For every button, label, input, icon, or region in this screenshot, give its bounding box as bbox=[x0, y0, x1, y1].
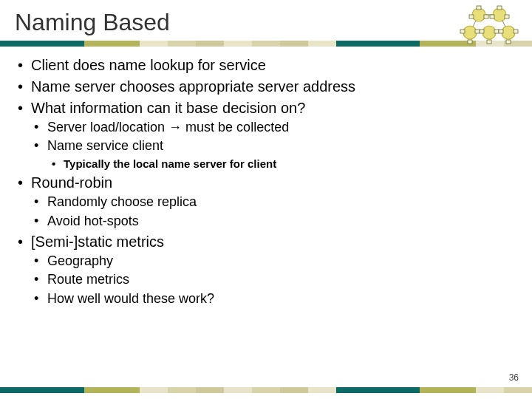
sub-bullet: Route metrics bbox=[31, 271, 517, 288]
sub-bullet: Avoid hot-spots bbox=[31, 213, 517, 230]
svg-rect-21 bbox=[494, 30, 499, 33]
bullet-text: Name service client bbox=[47, 138, 163, 153]
bullet-text: Route metrics bbox=[47, 272, 129, 287]
bullet-text: Name server chooses appropriate server a… bbox=[31, 78, 355, 95]
svg-rect-13 bbox=[497, 6, 502, 10]
slide: Naming Based Client does name lookup for… bbox=[0, 0, 532, 399]
svg-rect-11 bbox=[469, 15, 474, 18]
svg-rect-20 bbox=[487, 40, 491, 44]
svg-rect-10 bbox=[477, 6, 481, 10]
bullet-text: Randomly choose replica bbox=[47, 194, 197, 209]
sub-bullet: Name service client Typically the local … bbox=[31, 137, 517, 171]
slide-body: Client does name lookup for service Name… bbox=[0, 47, 532, 307]
svg-point-8 bbox=[482, 26, 496, 39]
bullet-text: What information can it base decision on… bbox=[31, 100, 305, 116]
svg-rect-23 bbox=[506, 40, 511, 44]
svg-rect-16 bbox=[460, 30, 465, 33]
svg-rect-22 bbox=[499, 30, 503, 33]
sub-bullet: Randomly choose replica bbox=[31, 194, 517, 211]
svg-point-9 bbox=[502, 26, 515, 39]
bullet-text: Avoid hot-spots bbox=[47, 214, 139, 228]
svg-point-7 bbox=[463, 26, 477, 39]
bullet-text: Client does name lookup for service bbox=[31, 57, 266, 73]
bullet-text: Geography bbox=[47, 253, 113, 268]
bullet: Name server chooses appropriate server a… bbox=[15, 77, 517, 96]
svg-rect-12 bbox=[484, 15, 488, 18]
sub-sub-bullet: Typically the local name server for clie… bbox=[47, 157, 517, 171]
bullet-text: How well would these work? bbox=[47, 291, 214, 306]
bullet: [Semi-]static metrics Geography Route me… bbox=[15, 232, 517, 307]
sub-bullet: Geography bbox=[31, 253, 517, 270]
svg-rect-14 bbox=[490, 15, 494, 18]
svg-rect-24 bbox=[514, 30, 518, 33]
slide-title: Naming Based bbox=[0, 9, 532, 36]
sub-bullet: Server load/location → must be collected bbox=[31, 119, 517, 136]
network-diagram-icon bbox=[457, 4, 522, 46]
bullet-text: Round-robin bbox=[31, 174, 112, 191]
svg-rect-19 bbox=[480, 30, 484, 33]
svg-point-6 bbox=[493, 8, 506, 21]
bullet: What information can it base decision on… bbox=[15, 98, 517, 171]
bullet-text: Typically the local name server for clie… bbox=[64, 157, 276, 170]
svg-rect-15 bbox=[505, 15, 509, 18]
bullet-text: Server load/location → must be collected bbox=[47, 120, 289, 134]
svg-rect-18 bbox=[475, 30, 480, 33]
page-number: 36 bbox=[509, 372, 519, 383]
title-stripe bbox=[0, 41, 532, 47]
footer-stripe bbox=[0, 387, 532, 393]
svg-point-5 bbox=[472, 8, 485, 21]
bullet: Client does name lookup for service bbox=[15, 55, 517, 75]
bullet-text: [Semi-]static metrics bbox=[31, 233, 164, 250]
svg-rect-17 bbox=[468, 40, 472, 44]
sub-bullet: How well would these work? bbox=[31, 290, 517, 307]
bullet: Round-robin Randomly choose replica Avoi… bbox=[15, 173, 517, 230]
